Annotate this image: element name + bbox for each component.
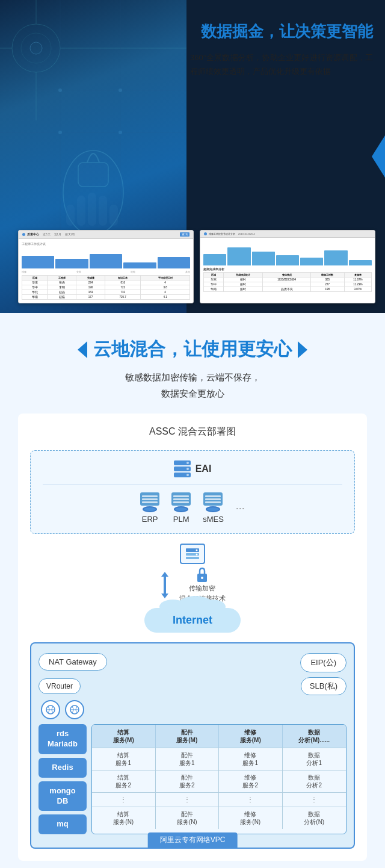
sc1-chart-labels: 维修 安装 巡检 其他 (22, 270, 190, 273)
bar-b (227, 247, 250, 265)
th-eng: 工程师 (48, 276, 76, 281)
smes-server-icon (203, 492, 223, 506)
arrow-up-icon (160, 572, 170, 585)
sc2-chart (203, 243, 372, 265)
svg-point-32 (201, 577, 203, 579)
eai-server-icon (174, 460, 191, 477)
svg-rect-24 (186, 557, 199, 559)
smes-icon-wrap (203, 492, 223, 512)
svg-rect-28 (164, 577, 166, 585)
plm-server-icon (171, 492, 191, 506)
nat-gateway-box: NAT Gateway (38, 653, 107, 671)
sc2-header: 维修工单按型号统计分析 2019.10.2020.4 (200, 231, 375, 238)
vrouter-slb-row: VRouter SLB(私) (38, 677, 346, 695)
cell-wx2: 维修服务2 (219, 770, 283, 792)
vrouter-left: VRouter (38, 678, 81, 694)
cell-dots3: ⋮ (219, 793, 283, 807)
apps-dots: ··· (236, 502, 245, 515)
erp-db-icon (143, 506, 157, 512)
erp-line2 (142, 498, 158, 500)
sc1-btn[interactable]: 查询 (180, 232, 189, 237)
hybrid-title-text: 云地混合，让使用更安心 (93, 337, 292, 362)
bar-a (203, 254, 226, 265)
internet-label: Internet (173, 614, 212, 626)
sc1-section-title: 工程师工作统计表 (22, 242, 190, 246)
sc2-subsec: 超期完成率分析 (203, 267, 372, 271)
smes-line1 (205, 495, 221, 497)
smes-line3 (205, 501, 221, 503)
app-erp: ERP (140, 492, 159, 524)
erp-line1 (142, 495, 158, 497)
hybrid-desc-line2: 数据安全更放心 (161, 388, 224, 398)
cell-sjn: 数据分析(N) (283, 807, 346, 829)
cell-wxn: 维修服务(N) (219, 807, 283, 829)
table-row: 华东按时1023/BDC360438511.67% (204, 277, 372, 282)
firewall-svg (185, 548, 200, 560)
svg-marker-30 (161, 594, 168, 598)
plm-db-icon (174, 506, 188, 512)
svg-point-11 (58, 88, 62, 92)
service-mq: mq (38, 814, 87, 834)
svg-point-2 (30, 42, 42, 54)
connection-area: 传输加密 混合云连接技术 (30, 544, 355, 603)
svg-rect-21 (109, 205, 118, 226)
cell-js2: 结算服务2 (92, 770, 156, 792)
section-data-mining: 数据掘金，让决策更智能 360°全景数据分析，协助企业更好进行资源调配，工程师绩… (0, 0, 385, 313)
cell-sj1: 数据分析1 (283, 748, 346, 770)
vpc-bottom-label: 阿里云专有网络VPC (148, 832, 238, 848)
cell-pj1: 配件服务1 (156, 748, 220, 770)
service-redis: Redis (38, 758, 87, 778)
bar5 (158, 257, 190, 268)
cell-pjn: 配件服务(N) (156, 807, 220, 829)
svg-point-12 (119, 88, 122, 92)
screenshot-2: 维修工单按型号统计分析 2019.10.2020.4 超期完成率分析 区域 (200, 230, 375, 303)
svg-marker-27 (161, 572, 168, 577)
firewall-icon (180, 544, 205, 564)
service-header: 结算服务(M) 配件服务(M) 维修服务(M) 数据分析(M)...... (92, 725, 346, 748)
nat-label: NAT Gateway (49, 657, 97, 666)
plm-line1 (173, 495, 189, 497)
bar-f (324, 250, 347, 265)
cell-dots2: ⋮ (156, 793, 220, 807)
smes-line2 (205, 498, 221, 500)
bar2 (55, 259, 88, 268)
left-services-col: rdsMariadb Redis mongoDB mq (38, 724, 87, 834)
router-icons-row (38, 700, 346, 719)
svg-rect-29 (164, 585, 166, 594)
smes-db-icon (206, 506, 220, 512)
screenshot-1: 质量中心 近5天 近1月 按天/周 查询 工程师工作统计表 维修 安装 (18, 230, 194, 303)
bar1 (22, 256, 54, 268)
tri-right-deco (372, 135, 385, 178)
table-row: 华东张杰2348164 (22, 281, 190, 285)
table-row: 华中按时27711.23% (204, 282, 372, 287)
server-rect-1 (174, 460, 191, 465)
bar-d (276, 255, 299, 265)
sc2-body: 超期完成率分析 区域 完成情况统计 整体情况 维修工时数 复修率 华东按时102… (200, 238, 375, 295)
th-region: 区域 (22, 276, 48, 281)
plm-label: PLM (173, 515, 189, 524)
section-hybrid-cloud: 云地混合，让使用更安心 敏感数据加密传输，云端不保存， 数据安全更放心 ASSC… (0, 313, 385, 868)
section1-desc: 360°全景数据分析，协助企业更好进行资源调配，工程师绩效更透明，产品优化升级更… (190, 51, 373, 79)
th-done: 完成量 (76, 276, 105, 281)
sc1-chart (22, 247, 190, 268)
sc1-tab4: 按天/周 (65, 233, 75, 236)
server-rect-2 (174, 467, 191, 471)
arrows-col (160, 572, 170, 598)
cell-dots1: ⋮ (92, 793, 156, 807)
plm-line2 (173, 498, 189, 500)
label-other: 其他 (185, 270, 190, 273)
svg-point-14 (119, 131, 122, 134)
cell-pj2: 配件服务2 (156, 770, 220, 792)
sc2-title: 维修工单按型号统计分析 (209, 232, 235, 235)
internet-cloud: Internet (144, 608, 241, 633)
vpc-zone: NAT Gateway EIP(公) VRouter SLB(私) (30, 642, 355, 849)
cell-jsn: 结算服务(N) (92, 807, 156, 829)
sc1-tab1: 质量中心 (27, 233, 39, 236)
section1-content: 数据掘金，让决策更智能 360°全景数据分析，协助企业更好进行资源调配，工程师绩… (180, 0, 385, 88)
deco-right-icon (298, 341, 307, 358)
label-install: 安装 (76, 270, 81, 273)
eip-label: EIP(公) (310, 658, 336, 667)
sc1-body: 工程师工作统计表 维修 安装 巡检 其他 区域 工 (19, 239, 193, 303)
cell-dots4: ⋮ (283, 793, 346, 807)
header-wxfw: 维修服务(M) (219, 725, 283, 748)
